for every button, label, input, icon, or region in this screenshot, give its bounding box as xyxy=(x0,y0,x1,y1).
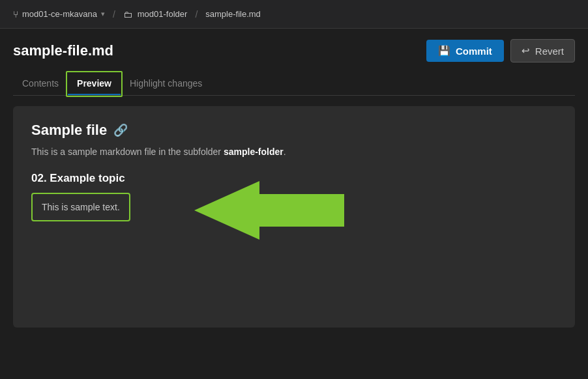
revert-label: Revert xyxy=(535,46,564,57)
preview-heading-text: Sample file xyxy=(31,122,107,139)
file-header: sample-file.md 💾 Commit ↩ Revert xyxy=(13,39,575,63)
content-area: sample-file.md 💾 Commit ↩ Revert Content… xyxy=(0,29,588,338)
breadcrumb-file[interactable]: sample-file.md xyxy=(205,9,261,19)
commit-button[interactable]: 💾 Commit xyxy=(426,40,504,62)
preview-desc-suffix: . xyxy=(284,147,286,157)
svg-marker-0 xyxy=(194,181,344,240)
sample-text: This is sample text. xyxy=(42,202,120,212)
revert-button[interactable]: ↩ Revert xyxy=(510,39,575,63)
tab-contents[interactable]: Contents xyxy=(13,73,68,95)
preview-heading: Sample file 🔗 xyxy=(31,122,557,139)
breadcrumb-sep-2: / xyxy=(195,9,198,20)
preview-area: Sample file 🔗 This is a sample markdown … xyxy=(13,106,575,328)
breadcrumb-folder[interactable]: mod01-folder xyxy=(138,9,188,19)
chevron-down-icon: ▾ xyxy=(101,10,105,18)
save-icon: 💾 xyxy=(438,45,450,57)
tab-preview-wrapper: Preview xyxy=(68,73,121,95)
link-icon[interactable]: 🔗 xyxy=(113,123,128,137)
preview-desc-bold: sample-folder xyxy=(224,147,284,157)
header-buttons: 💾 Commit ↩ Revert xyxy=(426,39,575,63)
branch-icon: ⑂ xyxy=(13,9,18,20)
tab-highlight-changes[interactable]: Highlight changes xyxy=(121,73,211,95)
file-title: sample-file.md xyxy=(13,42,113,59)
commit-label: Commit xyxy=(456,46,492,57)
preview-desc-prefix: This is a sample markdown file in the su… xyxy=(31,147,224,157)
tabs-bar: Contents Preview Highlight changes xyxy=(13,73,575,96)
breadcrumb-sep-1: / xyxy=(113,9,115,20)
arrow-area: This is sample text. xyxy=(31,193,557,221)
green-arrow-icon xyxy=(194,181,344,240)
sample-text-box: This is sample text. xyxy=(31,193,130,221)
tab-preview[interactable]: Preview xyxy=(68,73,121,95)
branch-name: mod01-ce-mkavana xyxy=(22,9,97,19)
folder-icon: 🗀 xyxy=(123,9,132,20)
top-bar: ⑂ mod01-ce-mkavana ▾ / 🗀 mod01-folder / … xyxy=(0,0,588,29)
branch-selector[interactable]: ⑂ mod01-ce-mkavana ▾ xyxy=(13,9,105,20)
revert-icon: ↩ xyxy=(522,45,530,57)
preview-description: This is a sample markdown file in the su… xyxy=(31,145,557,159)
